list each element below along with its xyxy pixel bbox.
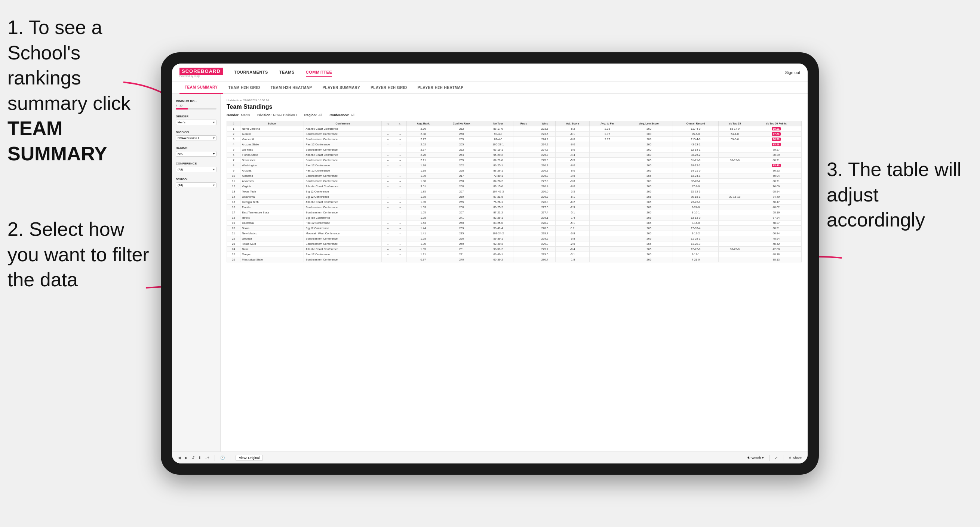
cell-arrow2[interactable]: –	[394, 179, 406, 184]
cell-school[interactable]: Georgia	[240, 236, 304, 241]
cell-arrow1[interactable]: –	[382, 257, 394, 262]
cell-arrow1[interactable]: –	[382, 168, 394, 173]
cell-arrow2[interactable]: –	[394, 158, 406, 163]
cell-arrow1[interactable]: –	[382, 236, 394, 241]
cell-arrow1[interactable]: –	[382, 158, 394, 163]
cell-school[interactable]: Arkansas	[240, 179, 304, 184]
region-select[interactable]: N/A ▾	[176, 151, 216, 157]
cell-arrow1[interactable]: –	[382, 252, 394, 257]
min-rank-slider[interactable]: 4 - 30	[176, 104, 216, 110]
cell-school[interactable]: Illinois	[240, 215, 304, 221]
subnav-player-h2h-grid[interactable]: PLAYER H2H GRID	[365, 81, 412, 94]
cell-arrow2[interactable]: –	[394, 236, 406, 241]
cell-school[interactable]: Ole Miss	[240, 147, 304, 152]
cell-arrow1[interactable]: –	[382, 241, 394, 247]
cell-school[interactable]: Oklahoma	[240, 194, 304, 200]
sign-out-link[interactable]: Sign out	[785, 70, 800, 75]
back-btn[interactable]: ◀	[178, 456, 181, 460]
cell-arrow1[interactable]: –	[382, 226, 394, 231]
cell-arrow2[interactable]: –	[394, 200, 406, 205]
cell-school[interactable]: Mississippi State	[240, 257, 304, 262]
cell-arrow1[interactable]: –	[382, 137, 394, 142]
cell-arrow2[interactable]: –	[394, 147, 406, 152]
nav-committee[interactable]: COMMITTEE	[306, 68, 332, 77]
cell-school[interactable]: Florida State	[240, 152, 304, 158]
nav-teams[interactable]: TEAMS	[279, 68, 294, 77]
cell-arrow2[interactable]: –	[394, 231, 406, 236]
cell-school[interactable]: Tennessee	[240, 158, 304, 163]
cell-school[interactable]: California	[240, 221, 304, 226]
cell-school[interactable]: Duke	[240, 247, 304, 252]
cell-arrow2[interactable]: –	[394, 173, 406, 179]
cell-arrow2[interactable]: –	[394, 210, 406, 215]
forward-btn[interactable]: ▶	[185, 456, 188, 460]
division-select[interactable]: NCAA Division I ▾	[176, 135, 216, 141]
watch-button[interactable]: 👁 Watch ▾	[747, 456, 764, 460]
cell-arrow1[interactable]: –	[382, 189, 394, 194]
cell-arrow2[interactable]: –	[394, 247, 406, 252]
share-button[interactable]: ⬆ Share	[789, 456, 802, 460]
subnav-team-h2h-grid[interactable]: TEAM H2H GRID	[223, 81, 265, 94]
cell-arrow2[interactable]: –	[394, 137, 406, 142]
cell-school[interactable]: Vanderbilt	[240, 137, 304, 142]
cell-arrow1[interactable]: –	[382, 194, 394, 200]
cell-school[interactable]: New Mexico	[240, 231, 304, 236]
cell-arrow1[interactable]: –	[382, 126, 394, 132]
cell-arrow2[interactable]: –	[394, 241, 406, 247]
refresh-btn[interactable]: ↺	[191, 456, 194, 460]
subnav-team-summary[interactable]: TEAM SUMMARY	[180, 82, 223, 94]
subnav-player-summary[interactable]: PLAYER SUMMARY	[317, 81, 365, 94]
cell-school[interactable]: Texas Tech	[240, 189, 304, 194]
gender-select[interactable]: Men's ▾	[176, 120, 216, 125]
cell-arrow2[interactable]: –	[394, 132, 406, 137]
nav-tournaments[interactable]: TOURNAMENTS	[234, 68, 268, 77]
cell-arrow1[interactable]: –	[382, 247, 394, 252]
cell-arrow2[interactable]: –	[394, 142, 406, 147]
cell-arrow1[interactable]: –	[382, 173, 394, 179]
cell-arrow2[interactable]: –	[394, 221, 406, 226]
cell-arrow1[interactable]: –	[382, 163, 394, 168]
cell-arrow1[interactable]: –	[382, 215, 394, 221]
cell-arrow2[interactable]: –	[394, 194, 406, 200]
cell-arrow2[interactable]: –	[394, 152, 406, 158]
cell-school[interactable]: Georgia Tech	[240, 200, 304, 205]
slider-track[interactable]	[176, 108, 216, 110]
cell-school[interactable]: Oregon	[240, 252, 304, 257]
cell-arrow2[interactable]: –	[394, 163, 406, 168]
conference-select[interactable]: (All) ▾	[176, 167, 216, 172]
cell-arrow2[interactable]: –	[394, 205, 406, 210]
share-btn-toolbar[interactable]: ⬆	[198, 456, 201, 460]
cell-arrow1[interactable]: –	[382, 152, 394, 158]
subnav-player-h2h-heatmap[interactable]: PLAYER H2H HEATMAP	[412, 81, 469, 94]
subnav-team-h2h-heatmap[interactable]: TEAM H2H HEATMAP	[266, 81, 317, 94]
cell-arrow1[interactable]: –	[382, 231, 394, 236]
fullscreen-btn[interactable]: ⤢	[775, 456, 778, 460]
cell-school[interactable]: Arizona State	[240, 142, 304, 147]
cell-arrow2[interactable]: –	[394, 226, 406, 231]
cell-school[interactable]: Texas A&M	[240, 241, 304, 247]
cell-arrow1[interactable]: –	[382, 221, 394, 226]
cell-school[interactable]: Virginia	[240, 184, 304, 189]
cell-arrow1[interactable]: –	[382, 205, 394, 210]
cell-arrow1[interactable]: –	[382, 147, 394, 152]
add-btn[interactable]: □+	[205, 456, 209, 460]
cell-arrow1[interactable]: –	[382, 179, 394, 184]
school-select[interactable]: (All) ▾	[176, 183, 216, 188]
cell-arrow2[interactable]: –	[394, 168, 406, 173]
cell-arrow2[interactable]: –	[394, 189, 406, 194]
cell-school[interactable]: Florida	[240, 205, 304, 210]
cell-arrow2[interactable]: –	[394, 257, 406, 262]
cell-school[interactable]: Texas	[240, 226, 304, 231]
cell-arrow2[interactable]: –	[394, 184, 406, 189]
cell-school[interactable]: Auburn	[240, 132, 304, 137]
cell-arrow1[interactable]: –	[382, 184, 394, 189]
cell-arrow2[interactable]: –	[394, 126, 406, 132]
cell-arrow1[interactable]: –	[382, 210, 394, 215]
view-original-button[interactable]: View: Original	[235, 455, 263, 461]
cell-school[interactable]: East Tennessee State	[240, 210, 304, 215]
cell-school[interactable]: North Carolina	[240, 126, 304, 132]
cell-school[interactable]: Washington	[240, 163, 304, 168]
cell-arrow1[interactable]: –	[382, 132, 394, 137]
cell-school[interactable]: Alabama	[240, 173, 304, 179]
cell-arrow2[interactable]: –	[394, 215, 406, 221]
